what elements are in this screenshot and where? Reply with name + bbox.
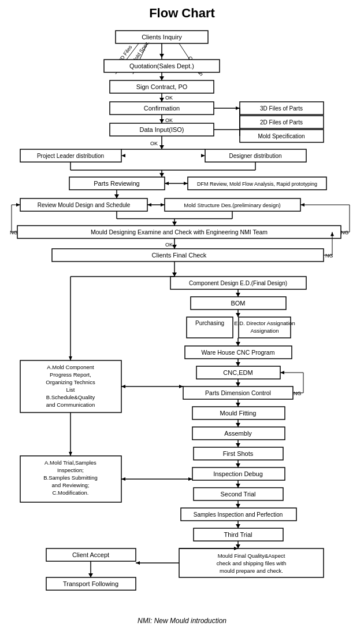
svg-marker-47 [147,203,151,207]
svg-marker-105 [179,385,183,388]
2d-files-parts-label: 2D Files of Parts [260,119,303,126]
svg-marker-131 [121,477,125,481]
svg-text:C.Modification.: C.Modification. [53,489,89,496]
first-shots-label: First Shots [223,450,254,457]
cnc-edm-label: CNC,EDM [223,369,252,376]
parts-dim-label: Parts Dimension Control [205,389,271,396]
svg-text:List: List [66,386,75,393]
ok4-label: OK [165,242,173,248]
component-design-label: Component Design E.D.(Final Design) [189,280,287,286]
svg-text:and Communication: and Communication [46,402,95,408]
svg-marker-29 [121,154,125,157]
svg-text:Progress Report,: Progress Report, [50,371,91,378]
svg-marker-120 [236,504,240,508]
svg-marker-117 [236,484,240,488]
samples-inspection-label: Samples Inspection and Perfection [194,511,283,518]
mold-trial-label: A.Mold Trial,Samples [44,459,96,466]
parts-reviewing-label: Parts Reviewing [94,180,139,187]
designer-label: Designer distribution [229,153,281,159]
svg-marker-30 [201,154,205,157]
svg-marker-72 [236,293,240,297]
dfm-review-label: DFM Review, Mold Flow Analysis, Rapid pr… [197,181,317,187]
svg-marker-109 [69,356,72,360]
svg-marker-40 [165,182,169,185]
svg-marker-106 [121,385,125,388]
svg-text:and Reviewing;: and Reviewing; [52,482,90,488]
svg-marker-63 [172,245,177,249]
page-title: Flow Chart [149,6,215,21]
svg-marker-15 [159,119,164,123]
third-trial-label: Third Trial [224,531,252,538]
mould-final-label: Mould Final Quality&Aspect [218,553,285,559]
svg-marker-86 [236,382,240,386]
ng2-label: NG [10,230,18,235]
ng4-label: NG [294,391,302,396]
3d-files-parts-label: 3D Files of Parts [260,105,303,112]
svg-marker-75 [236,313,240,317]
client-accept-label: Client Accept [72,551,109,558]
svg-marker-5 [159,54,164,58]
svg-text:Inspection;: Inspection; [57,467,84,473]
quotation-node-label: Quotation(Sales Dept.) [129,62,194,69]
svg-marker-8 [159,76,164,80]
svg-text:B.Samples Submitting: B.Samples Submitting [43,474,97,481]
svg-marker-96 [236,423,240,427]
ware-house-label: Ware House CNC Program [202,349,275,356]
ok2-label: OK [165,117,173,123]
clients-inquiry-label: Clients Inquiry [142,34,182,40]
transport-label: Transport Following [63,580,118,587]
footnote: NMI: New Mould introduction [138,617,226,625]
mould-fitting-label: Mould Fitting [220,410,257,417]
bom-label: BOM [231,300,245,307]
svg-text:B.Schedule&Quality: B.Schedule&Quality [46,394,95,400]
svg-marker-91 [280,371,284,374]
svg-marker-134 [69,452,72,456]
svg-marker-144 [136,561,140,565]
data-input-label: Data Input(ISO) [139,126,184,133]
svg-text:mould prepare and check.: mould prepare and check. [220,568,283,574]
flowchart: Clients Inquiry 3D Files Mold Spec. Quot… [9,28,355,606]
svg-marker-11 [159,98,164,102]
svg-marker-42 [114,194,119,198]
mold-structure-label: Mold Structure Des.(preliminary design) [184,202,280,208]
svg-text:check and shipping files with: check and shipping files with [217,560,286,566]
inspection-debug-label: Inspection Debug [213,470,263,477]
svg-marker-114 [236,463,240,467]
svg-marker-83 [236,362,240,366]
purchasing-label: Purchasing [195,320,224,326]
ok3-label: OK [150,141,158,146]
assembly-label: Assembly [224,430,252,437]
mold-progress-label: A.Mold Component [47,364,94,370]
svg-marker-46 [161,203,165,207]
svg-marker-69 [172,273,177,277]
svg-marker-52 [172,222,177,226]
svg-marker-93 [236,403,240,407]
svg-marker-57 [300,203,304,207]
project-leader-label: Project Leader distribution [37,153,104,159]
mold-specification-label: Mold Specification [258,133,304,139]
svg-marker-61 [16,203,20,207]
confirmation-label: Confirmation [144,105,180,112]
svg-marker-111 [236,443,240,447]
ed-director-label: E.D. Director Assignation [234,320,295,326]
svg-marker-80 [236,342,240,346]
ng3-label: NG [325,253,333,259]
svg-marker-123 [236,524,240,528]
sign-contract-label: Sign Contract, PO [136,83,188,90]
svg-marker-146 [88,573,93,577]
ok1-label: OK [165,95,173,101]
ng1-label: NG [341,230,349,235]
svg-text:Organizing Technics: Organizing Technics [46,379,95,385]
review-mould-label: Review Mould Design and Schedule [38,202,131,208]
svg-marker-35 [159,173,164,177]
second-trial-label: Second Trial [220,491,255,498]
mould-designing-label: Mould Designing Examine and Check with E… [91,229,268,235]
clients-final-label: Clients Final Check [152,252,207,259]
svg-marker-132 [188,477,192,481]
svg-marker-39 [184,182,188,185]
svg-marker-24 [159,145,164,149]
svg-text:Assignation: Assignation [250,327,278,334]
